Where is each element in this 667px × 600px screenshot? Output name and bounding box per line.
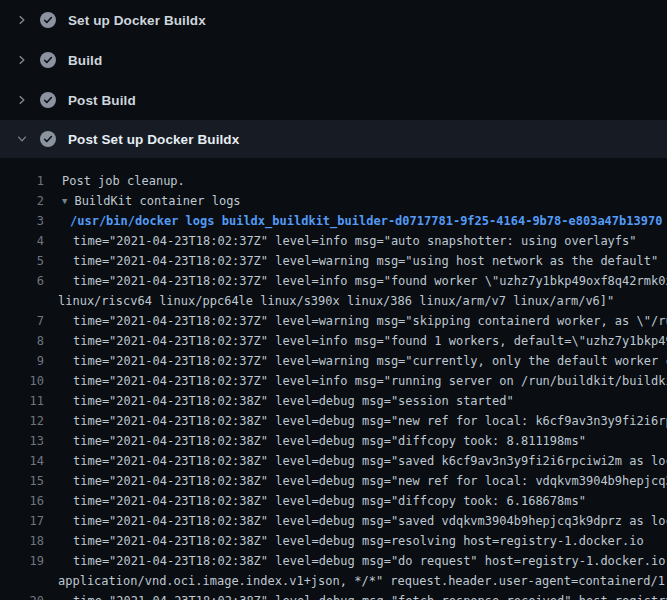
log-line-number[interactable]: 2	[0, 191, 44, 211]
log-row: 1Post job cleanup.	[0, 171, 667, 191]
log-text: application/vnd.oci.image.index.v1+json,…	[44, 571, 667, 591]
step-row-set-up-docker-buildx[interactable]: Set up Docker Buildx	[0, 0, 667, 40]
log-row: 7time="2021-04-23T18:02:37Z" level=warni…	[0, 311, 667, 331]
collapse-triangle-icon[interactable]: ▼	[62, 191, 67, 211]
log-text: time="2021-04-23T18:02:38Z" level=debug …	[44, 451, 667, 471]
log-line-number[interactable]: 17	[0, 511, 44, 531]
log-text: time="2021-04-23T18:02:38Z" level=debug …	[44, 471, 667, 491]
log-text: time="2021-04-23T18:02:38Z" level=debug …	[44, 391, 514, 411]
check-circle-icon	[40, 92, 56, 108]
step-row-build[interactable]: Build	[0, 40, 667, 80]
step-label: Set up Docker Buildx	[68, 13, 206, 28]
chevron-right-icon	[14, 92, 30, 108]
log-line-number[interactable]: 10	[0, 371, 44, 391]
chevron-right-icon	[14, 52, 30, 68]
log-text: time="2021-04-23T18:02:38Z" level=debug …	[44, 411, 667, 431]
log-text: linux/riscv64 linux/ppc64le linux/s390x …	[44, 291, 614, 311]
log-row: 13time="2021-04-23T18:02:38Z" level=debu…	[0, 431, 667, 451]
log-line-number[interactable]: 12	[0, 411, 44, 431]
log-rows: 1Post job cleanup.2▼BuildKit container l…	[0, 158, 667, 600]
log-text: time="2021-04-23T18:02:38Z" level=debug …	[44, 591, 667, 600]
chevron-down-icon	[14, 131, 30, 147]
chevron-right-icon	[14, 12, 30, 28]
steps-list: Set up Docker Buildx Build Post Build Po…	[0, 0, 667, 158]
log-line-number[interactable]: 11	[0, 391, 44, 411]
log-row: 18time="2021-04-23T18:02:38Z" level=debu…	[0, 531, 667, 551]
log-text: Post job cleanup.	[44, 171, 185, 191]
log-row: 6time="2021-04-23T18:02:37Z" level=info …	[0, 271, 667, 291]
log-text: time="2021-04-23T18:02:37Z" level=info m…	[44, 371, 667, 391]
log-text: time="2021-04-23T18:02:38Z" level=debug …	[44, 551, 667, 571]
step-row-post-set-up-docker-buildx[interactable]: Post Set up Docker Buildx	[0, 120, 667, 158]
log-line-number[interactable]: 3	[0, 211, 44, 231]
log-text: time="2021-04-23T18:02:37Z" level=warnin…	[44, 351, 667, 371]
log-row: linux/riscv64 linux/ppc64le linux/s390x …	[0, 291, 667, 311]
log-row: 5time="2021-04-23T18:02:37Z" level=warni…	[0, 251, 667, 271]
check-circle-icon	[40, 131, 56, 147]
log-line-number[interactable]: 15	[0, 471, 44, 491]
log-line-number[interactable]: 18	[0, 531, 44, 551]
log-line-number[interactable]: 13	[0, 431, 44, 451]
log-text: time="2021-04-23T18:02:38Z" level=debug …	[44, 491, 586, 511]
log-group-row[interactable]: 2▼BuildKit container logs	[0, 191, 667, 211]
log-row: 10time="2021-04-23T18:02:37Z" level=info…	[0, 371, 667, 391]
log-row: 20time="2021-04-23T18:02:38Z" level=debu…	[0, 591, 667, 600]
log-row: 15time="2021-04-23T18:02:38Z" level=debu…	[0, 471, 667, 491]
log-text: time="2021-04-23T18:02:37Z" level=warnin…	[44, 251, 658, 271]
log-line-number[interactable]: 9	[0, 351, 44, 371]
log-row: 8time="2021-04-23T18:02:37Z" level=info …	[0, 331, 667, 351]
check-circle-icon	[40, 12, 56, 28]
log-line-number	[0, 291, 44, 311]
step-label: Post Build	[68, 93, 136, 108]
log-line-number[interactable]: 8	[0, 331, 44, 351]
check-circle-icon	[40, 52, 56, 68]
log-row: 17time="2021-04-23T18:02:38Z" level=debu…	[0, 511, 667, 531]
log-text: time="2021-04-23T18:02:37Z" level=info m…	[44, 331, 667, 351]
log-row: application/vnd.oci.image.index.v1+json,…	[0, 571, 667, 591]
log-row: 12time="2021-04-23T18:02:38Z" level=debu…	[0, 411, 667, 431]
log-line-number	[0, 571, 44, 591]
step-label: Build	[68, 53, 102, 68]
log-row: 3/usr/bin/docker logs buildx_buildkit_bu…	[0, 211, 667, 231]
step-row-post-build[interactable]: Post Build	[0, 80, 667, 120]
log-text: ▼BuildKit container logs	[44, 191, 241, 211]
log-line-number[interactable]: 14	[0, 451, 44, 471]
log-line-number[interactable]: 6	[0, 271, 44, 291]
log-row: 16time="2021-04-23T18:02:38Z" level=debu…	[0, 491, 667, 511]
log-line-number[interactable]: 20	[0, 591, 44, 600]
log-text: time="2021-04-23T18:02:37Z" level=info m…	[44, 231, 637, 251]
log-text: time="2021-04-23T18:02:38Z" level=debug …	[44, 431, 586, 451]
log-line-number[interactable]: 4	[0, 231, 44, 251]
step-label: Post Set up Docker Buildx	[68, 132, 239, 147]
log-row: 11time="2021-04-23T18:02:38Z" level=debu…	[0, 391, 667, 411]
log-command-text: /usr/bin/docker logs buildx_buildkit_bui…	[44, 211, 662, 231]
log-row: 9time="2021-04-23T18:02:37Z" level=warni…	[0, 351, 667, 371]
log-row: 14time="2021-04-23T18:02:38Z" level=debu…	[0, 451, 667, 471]
log-text: time="2021-04-23T18:02:38Z" level=debug …	[44, 531, 644, 551]
log-text: time="2021-04-23T18:02:37Z" level=info m…	[44, 271, 667, 291]
log-line-number[interactable]: 7	[0, 311, 44, 331]
log-line-number[interactable]: 19	[0, 551, 44, 571]
log-line-number[interactable]: 16	[0, 491, 44, 511]
log-row: 19time="2021-04-23T18:02:38Z" level=debu…	[0, 551, 667, 571]
group-label: BuildKit container logs	[74, 194, 240, 208]
log-line-number[interactable]: 5	[0, 251, 44, 271]
log-row: 4time="2021-04-23T18:02:37Z" level=info …	[0, 231, 667, 251]
log-text: time="2021-04-23T18:02:38Z" level=debug …	[44, 511, 667, 531]
log-text: time="2021-04-23T18:02:37Z" level=warnin…	[44, 311, 667, 331]
log-line-number[interactable]: 1	[0, 171, 44, 191]
